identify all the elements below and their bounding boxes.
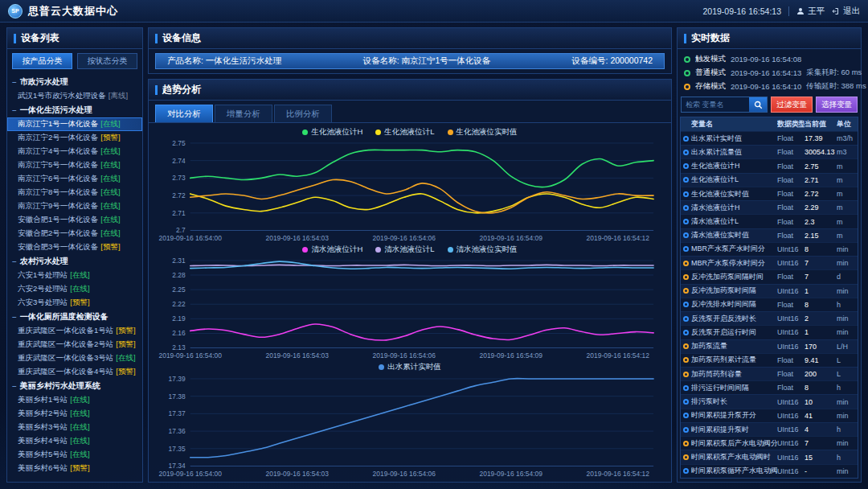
table-row[interactable]: 出水累计流量值Float30054.13m3	[681, 145, 858, 158]
device-item[interactable]: 南京江宁9号一体化设备[在线]	[7, 199, 142, 213]
table-row[interactable]: 时间累积提升泵时UInt164h	[681, 422, 858, 436]
device-item[interactable]: 南京江宁4号一体化设备[在线]	[7, 145, 142, 158]
logout-icon	[832, 7, 840, 15]
cell-value: 2.15	[805, 232, 837, 240]
select-variables-button[interactable]: 选择变量	[816, 97, 858, 113]
legend-label: 清水池液位计H	[311, 244, 362, 255]
cell-unit: m	[837, 218, 858, 226]
search-input[interactable]	[682, 97, 749, 112]
device-item[interactable]: 重庆武隆区一体化设备2号站[预警]	[7, 338, 142, 351]
device-group[interactable]: −美丽乡村污水处理系统	[7, 379, 142, 393]
trend-tab[interactable]: 比例分析	[274, 105, 332, 122]
status-badge: [在线]	[70, 450, 89, 460]
logout-button[interactable]: 退出	[832, 6, 860, 17]
status-badge: [在线]	[100, 187, 120, 198]
status-badge: [预警]	[100, 133, 120, 143]
table-row[interactable]: 时间累积泵后产水电动阀分UInt167min	[681, 436, 858, 450]
legend-item[interactable]: 生化池液位计H	[302, 127, 362, 138]
device-item[interactable]: 美丽乡村2号站[在线]	[7, 407, 142, 421]
table-row[interactable]: 反冲洗加药泵时间隔UInt161min	[681, 284, 858, 298]
table-row[interactable]: 出水累计实时值Float17.39m3/h	[681, 131, 858, 145]
svg-text:2.25: 2.25	[172, 286, 186, 294]
table-row[interactable]: 反冲洗加药泵间隔时间Float7d	[681, 269, 858, 283]
table-row[interactable]: 反洗泵开启反洗时长UInt162min	[681, 311, 858, 325]
column-header: 当前值	[805, 119, 837, 129]
table-row[interactable]: 时间累积泵循环产水电动阀分UInt16-min	[681, 464, 858, 478]
table-row[interactable]: 时间累积泵产水电动阀时UInt1615h	[681, 450, 858, 463]
cell-type: UInt16	[777, 467, 805, 475]
trend-tab[interactable]: 对比分析	[155, 105, 213, 122]
mode-extra: 传输延时: 388 ms	[806, 81, 866, 92]
variable-icon	[681, 427, 691, 433]
legend-item[interactable]: 清水池液位实时值	[448, 244, 518, 255]
device-item[interactable]: 美丽乡村3号站[在线]	[7, 421, 142, 434]
device-item[interactable]: 美丽乡村6号站[预警]	[7, 462, 142, 475]
cell-name: 清水池液位计L	[691, 216, 777, 227]
table-row[interactable]: 生化池液位计LFloat2.71m	[681, 173, 858, 187]
device-name: 南京江宁4号一体化设备	[18, 146, 98, 157]
table-row[interactable]: 反洗泵开启运行时间UInt161min	[681, 325, 858, 339]
table-row[interactable]: 清水池液位计HFloat2.29m	[681, 200, 858, 214]
device-item[interactable]: 六安1号处理站[在线]	[7, 269, 142, 282]
table-row[interactable]: 生化池液位计HFloat2.75m	[681, 158, 858, 172]
table-row[interactable]: 排污泵时长UInt1610min	[681, 394, 858, 408]
trend-tab[interactable]: 增量分析	[215, 105, 272, 122]
status-badge: [在线]	[70, 270, 89, 281]
device-item[interactable]: 重庆武隆区一体化设备3号站[在线]	[7, 351, 142, 365]
mode-status-list: 触发模式2019-09-16 16:54:08普通模式2019-09-16 16…	[678, 49, 861, 94]
legend-item[interactable]: 清水池液位计L	[375, 244, 434, 255]
sidebar-tab[interactable]: 按状态分类	[77, 53, 137, 69]
trend-analysis-panel: 趋势分析 对比分析增量分析比例分析 生化池液位计H生化池液位计L生化池液位实时值…	[148, 79, 672, 483]
filter-variables-button[interactable]: 过滤变量	[771, 97, 813, 113]
legend-item[interactable]: 生化池液位计L	[375, 127, 434, 138]
device-group[interactable]: −一体化生活污水处理	[7, 103, 142, 117]
device-item[interactable]: 安徽合肥2号一体化设备[在线]	[7, 227, 142, 240]
mode-row: 存储模式2019-09-16 16:54:10传输延时: 388 ms	[678, 80, 861, 93]
svg-text:2019-09-16 16:54:12: 2019-09-16 16:54:12	[587, 470, 650, 478]
cell-name: 时间累积泵后产水电动阀分	[691, 438, 777, 449]
device-group[interactable]: −市政污水处理	[7, 75, 142, 89]
cell-unit: L	[837, 370, 858, 378]
table-row[interactable]: 反冲洗排水时间间隔Float8h	[681, 298, 858, 311]
cell-type: Float	[777, 370, 805, 378]
device-item[interactable]: 安徽合肥1号一体化设备[在线]	[7, 213, 142, 227]
table-row[interactable]: 排污运行时间间隔Float8h	[681, 380, 858, 394]
device-item[interactable]: 南京江宁6号一体化设备[在线]	[7, 172, 142, 186]
legend-dot-icon	[375, 247, 381, 253]
device-item[interactable]: 南京江宁1号一体化设备[在线]	[7, 117, 142, 131]
device-item[interactable]: 六安2号处理站[在线]	[7, 282, 142, 296]
device-item[interactable]: 武汉1号市政污水处理设备[离线]	[7, 89, 142, 103]
table-row[interactable]: 清水池液位实时值Float2.15m	[681, 228, 858, 242]
sidebar-tab[interactable]: 按产品分类	[12, 53, 72, 69]
legend-item[interactable]: 出水累计实时值	[379, 362, 441, 372]
device-item[interactable]: 美丽乡村4号站[在线]	[7, 434, 142, 448]
device-item[interactable]: 南京江宁2号一体化设备[预警]	[7, 131, 142, 145]
device-item[interactable]: 美丽乡村1号站[在线]	[7, 393, 142, 407]
user-menu[interactable]: 王平	[796, 6, 825, 17]
table-row[interactable]: 加药泵药剂累计流量Float9.41L	[681, 353, 858, 367]
table-row[interactable]: 加药筒药剂容量Float200L	[681, 367, 858, 380]
legend-item[interactable]: 生化池液位实时值	[448, 127, 518, 138]
legend-dot-icon	[379, 364, 384, 370]
device-item[interactable]: 南京江宁8号一体化设备[在线]	[7, 186, 142, 199]
device-item[interactable]: 重庆武隆区一体化设备1号站[预警]	[7, 324, 142, 338]
cell-unit: L	[837, 356, 858, 364]
device-group[interactable]: −一体化厕所温度检测设备	[7, 310, 142, 324]
device-info-field: 设备编号: 200000742	[572, 55, 653, 67]
table-row[interactable]: 生化池液位实时值Float2.72m	[681, 187, 858, 200]
device-item[interactable]: 重庆武隆区一体化设备4号站[预警]	[7, 365, 142, 379]
table-row[interactable]: MBR产水泵产水时间分UInt168min	[681, 242, 858, 256]
table-row[interactable]: 时间累积提升泵开分UInt1641min	[681, 409, 858, 422]
table-row[interactable]: 清水池液位计LFloat2.3m	[681, 214, 858, 228]
legend-item[interactable]: 清水池液位计H	[302, 244, 362, 255]
device-group[interactable]: −农村污水处理	[7, 254, 142, 269]
variable-icon	[681, 232, 691, 238]
device-item[interactable]: 美丽乡村5号站[在线]	[7, 448, 142, 462]
device-item[interactable]: 安徽合肥3号一体化设备[预警]	[7, 240, 142, 254]
cell-unit: min	[837, 398, 858, 406]
table-row[interactable]: MBR产水泵停水时间分UInt167min	[681, 256, 858, 269]
table-row[interactable]: 加药泵流量UInt16170L/H	[681, 339, 858, 353]
search-button[interactable]	[749, 97, 767, 112]
device-item[interactable]: 南京江宁5号一体化设备[在线]	[7, 158, 142, 172]
device-item[interactable]: 六安3号处理站[预警]	[7, 296, 142, 310]
